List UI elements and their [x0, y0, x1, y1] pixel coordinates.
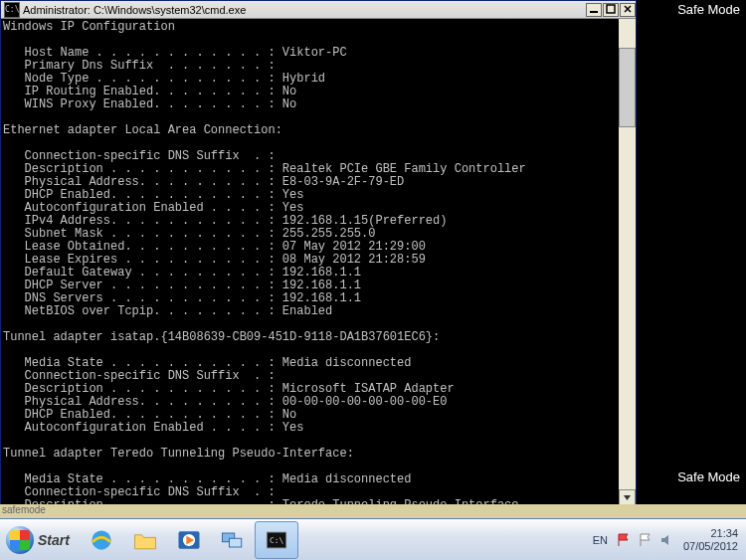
taskbar-item-internet-explorer[interactable]: [80, 521, 123, 559]
system-tray: EN 21:34 07/05/2012: [593, 519, 746, 561]
taskbar-item-switcher[interactable]: [211, 521, 255, 559]
ie-icon: [88, 526, 115, 554]
media-player-icon: [175, 526, 203, 554]
folder-icon: [131, 526, 159, 554]
svg-rect-6: [229, 538, 241, 547]
start-label: Start: [38, 532, 70, 548]
safemode-artefact-strip: safemode: [0, 504, 746, 518]
console-scrollbar[interactable]: [619, 19, 636, 506]
safe-mode-watermark-top: Safe Mode: [677, 2, 740, 17]
tray-action-center-icon[interactable]: [638, 532, 653, 548]
scrollbar-track[interactable]: [619, 36, 636, 489]
taskbar-item-explorer[interactable]: [123, 521, 167, 559]
cmd-icon: C:\: [263, 526, 290, 554]
svg-text:C:\: C:\: [270, 535, 283, 544]
taskbar-item-cmd[interactable]: C:\: [255, 521, 298, 559]
svg-rect-0: [590, 11, 598, 13]
close-button[interactable]: [620, 3, 636, 17]
quick-launch: C:\: [80, 519, 298, 561]
scrollbar-thumb[interactable]: [619, 48, 636, 127]
maximize-button[interactable]: [603, 3, 619, 17]
console-output-area[interactable]: Windows IP Configuration Host Name . . .…: [1, 19, 636, 506]
taskbar: Start: [0, 518, 746, 560]
start-button[interactable]: Start: [0, 519, 80, 561]
tray-volume-icon[interactable]: [659, 532, 675, 548]
window-title: Administrator: C:\Windows\system32\cmd.e…: [23, 4, 585, 16]
windows-orb-icon: [6, 526, 34, 554]
tray-time: 21:34: [683, 527, 738, 540]
tray-clock[interactable]: 21:34 07/05/2012: [683, 527, 738, 553]
titlebar[interactable]: C:\ Administrator: C:\Windows\system32\c…: [1, 1, 636, 19]
tray-language[interactable]: EN: [593, 534, 608, 546]
console-output: Windows IP Configuration Host Name . . .…: [3, 20, 526, 506]
taskbar-item-media-player[interactable]: [167, 521, 211, 559]
svg-rect-1: [607, 5, 615, 13]
window-switcher-icon: [219, 526, 247, 554]
minimize-button[interactable]: [586, 3, 602, 17]
cmd-system-icon[interactable]: C:\: [4, 2, 20, 18]
cmd-window: C:\ Administrator: C:\Windows\system32\c…: [0, 0, 637, 507]
tray-flag-icon[interactable]: [616, 532, 632, 548]
tray-date: 07/05/2012: [683, 540, 738, 553]
safe-mode-watermark-bottom: Safe Mode: [677, 469, 740, 484]
